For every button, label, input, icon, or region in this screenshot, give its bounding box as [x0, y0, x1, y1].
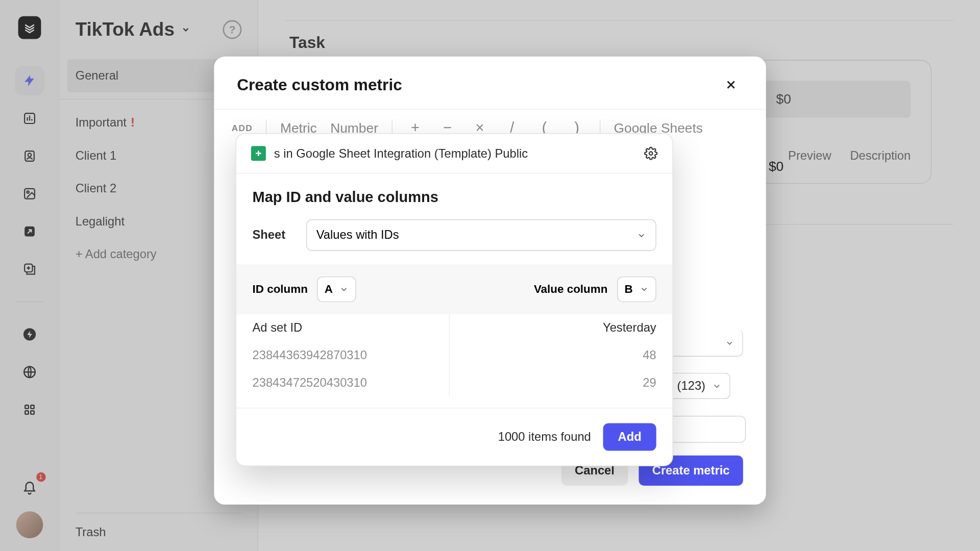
close-icon[interactable] [719, 76, 743, 94]
items-found-label: 1000 items found [498, 430, 591, 444]
popover-section-title: Map ID and value columns [253, 188, 656, 206]
chevron-down-icon [725, 338, 734, 347]
svg-point-13 [649, 152, 653, 155]
value-column-select[interactable]: B [617, 277, 656, 302]
sheet-select[interactable]: Values with IDs [306, 219, 656, 251]
chevron-down-icon [640, 285, 649, 294]
toolbar-add-label: ADD [232, 123, 253, 133]
google-sheets-popover: s in Google Sheet Integration (Template)… [236, 133, 673, 466]
table-header-row: Ad set IDYesterday [236, 314, 673, 342]
select-peek-1[interactable] [673, 330, 743, 357]
sheet-source-name: s in Google Sheet Integration (Template)… [274, 146, 528, 161]
value-column-label: Value column [534, 283, 608, 296]
table-row: 2384347252043031029 [236, 369, 673, 397]
chevron-down-icon [339, 285, 349, 294]
id-column-select[interactable]: A [317, 277, 356, 302]
value-preview-peek: $0 [769, 159, 783, 174]
chevron-down-icon [712, 381, 721, 390]
table-row: 2384436394287031048 [236, 342, 673, 369]
chevron-down-icon [636, 231, 646, 240]
format-select-peek[interactable]: (123) [673, 373, 730, 399]
modal-title: Create custom metric [237, 76, 402, 94]
sheet-label: Sheet [253, 228, 293, 242]
google-sheets-icon [251, 146, 266, 161]
gear-icon[interactable] [644, 146, 657, 160]
add-button[interactable]: Add [603, 423, 656, 450]
id-column-label: ID column [253, 283, 308, 296]
